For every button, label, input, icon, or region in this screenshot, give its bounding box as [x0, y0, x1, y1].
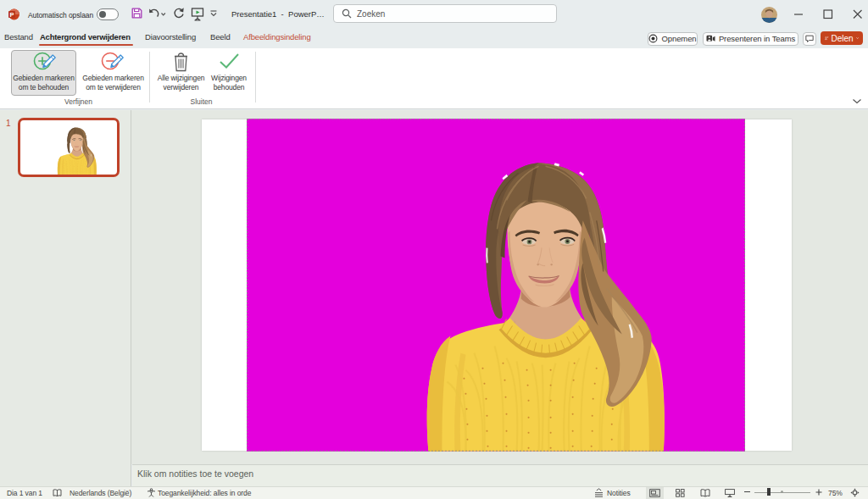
svg-text:P: P [9, 11, 14, 19]
